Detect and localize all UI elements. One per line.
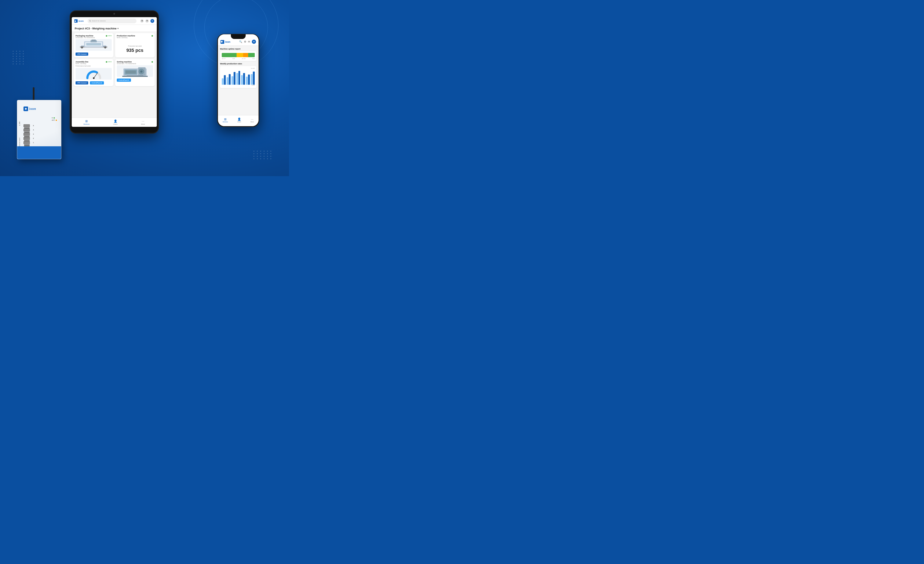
uptime-axis-label-2: 0:00 [232, 58, 235, 59]
port-1: 1 [24, 141, 30, 144]
phone-nav-users-label: Users [237, 121, 241, 123]
phone-nav-users[interactable]: 👤 Users [237, 117, 241, 123]
led-label-2: ACT [52, 119, 55, 121]
bar-6a [246, 77, 248, 85]
router-device: ixon ■ ACT LAN Internet 5 4 3 [13, 87, 63, 159]
phone-user-avatar[interactable]: H [252, 40, 256, 44]
router-ports: 5 4 3 2 1 [24, 124, 30, 144]
svg-rect-19 [126, 71, 136, 74]
app-title: Project #C3 - Weighing machine ▾ [75, 27, 154, 30]
device-name-1: Packaging machine [75, 35, 95, 37]
device-location-1: Amsterdam, The Netherlands [75, 37, 95, 38]
device-location-3: Berlin, Germany [75, 63, 88, 65]
uptime-axis: Jan 27 0:00 Jan 26 0:00 [222, 58, 255, 59]
device-image-packaging [75, 39, 112, 51]
chart-y-mid: 5,000 [222, 85, 255, 86]
status-dot-1 [106, 35, 107, 37]
uptime-bar [222, 53, 255, 57]
status-label-1: online [108, 35, 112, 36]
router-bottom-strip [17, 146, 61, 159]
dropdown-arrow-icon[interactable]: ▾ [117, 27, 118, 30]
svg-point-12 [93, 77, 94, 79]
tab-nav-devices[interactable]: ⊞ Devices [84, 119, 90, 125]
device-production-counter: Production last week 935 pcs [117, 39, 153, 60]
port-2: 2 [24, 137, 30, 140]
control-panel-e-btn[interactable]: ControlPanel E [90, 81, 104, 84]
search-placeholder: Search for devices [92, 20, 106, 22]
device-card-assembly[interactable]: Assembly line Berlin, Germany online Per… [74, 59, 113, 86]
user-avatar[interactable]: H [150, 19, 154, 23]
tablet-frame: ixon Search for devices ⚙ ✉ H Pro [70, 11, 159, 133]
tab-nav-devices-label: Devices [84, 123, 90, 125]
device-card-header-2: Production machine Berlin, Germany [117, 35, 153, 38]
users-nav-icon: 👤 [114, 119, 117, 123]
production-value: 935 pcs [126, 48, 144, 53]
phone-devices-icon: ⊞ [224, 117, 226, 121]
port-3: 3 [24, 133, 30, 136]
bar-group-1 [222, 75, 226, 85]
phone-mail-icon[interactable]: ✉ [248, 40, 250, 43]
bar-group-4 [236, 71, 240, 85]
settings-icon[interactable]: ⚙ [140, 19, 144, 23]
phone-logo-icon [220, 40, 224, 44]
bar-2b [229, 74, 231, 85]
phone-screen: ixon 🔍 ⚙ ✉ H Machine uptime report [218, 34, 258, 126]
status-dot-3 [106, 61, 107, 63]
phone-nav-more[interactable]: ··· More [250, 117, 254, 123]
device-card-packaging[interactable]: Packaging machine Amsterdam, The Netherl… [74, 33, 113, 57]
tab-nav-more[interactable]: ··· More [141, 119, 145, 125]
bar-5b [243, 73, 245, 85]
uptime-axis-label-4: 0:00 [252, 58, 255, 59]
bar-group-3 [231, 72, 236, 85]
phone-more-icon: ··· [251, 117, 254, 121]
vpn-connect-btn-1[interactable]: VPN Connect [75, 53, 88, 56]
status-badge-1: online [106, 35, 112, 37]
device-image-sorting [117, 65, 153, 77]
bar-2a [226, 77, 228, 85]
bar-5a [241, 75, 243, 85]
device-card-production[interactable]: Production machine Berlin, Germany Produ… [115, 33, 154, 57]
control-panel-d-btn[interactable]: ControlPanel D [117, 78, 131, 82]
bar-group-7 [251, 72, 255, 85]
device-name-3: Assembly line [75, 61, 88, 63]
svg-rect-8 [86, 43, 101, 45]
svg-point-4 [81, 47, 83, 48]
bar-4b [238, 71, 240, 85]
svg-point-5 [104, 47, 106, 48]
device-buttons-3: VPN Connect ControlPanel E [75, 80, 112, 84]
phone-bottom-nav: ⊞ Devices 👤 Users ··· More [218, 115, 258, 126]
tab-nav-users[interactable]: 👤 Users [113, 119, 118, 125]
phone-settings-icon[interactable]: ⚙ [244, 40, 246, 43]
bar-7b [253, 72, 255, 85]
device-location-2: Berlin, Germany [117, 37, 135, 38]
bar-1b [224, 75, 226, 85]
uptime-axis-label-1: Jan 27 [222, 58, 225, 59]
router-brand-text: ixon [29, 107, 36, 111]
status-label-3: online [108, 61, 112, 62]
led-row-1: ■ [52, 117, 57, 119]
bar-chart [222, 70, 255, 85]
uptime-section-title: Machine uptime report [220, 48, 256, 50]
phone-device: ixon 🔍 ⚙ ✉ H Machine uptime report [217, 34, 260, 127]
svg-point-0 [89, 20, 90, 21]
svg-point-18 [141, 71, 142, 72]
status-badge-3: online [106, 61, 112, 63]
search-bar[interactable]: Search for devices [88, 19, 136, 23]
bar-4a [236, 73, 238, 85]
phone-header-icons: 🔍 ⚙ ✉ H [239, 40, 256, 44]
device-card-header-3: Assembly line Berlin, Germany online [75, 61, 112, 65]
phone-nav-devices[interactable]: ⊞ Devices [223, 117, 228, 123]
bar-group-5 [241, 73, 245, 85]
port-5: 5 [24, 124, 30, 127]
router-body: ixon ■ ACT LAN Internet 5 4 3 [17, 100, 62, 159]
phone-logo: ixon [220, 40, 230, 44]
device-card-sorting[interactable]: Sorting machine Amsterdam, The Netherlan… [115, 59, 154, 86]
mail-icon[interactable]: ✉ [146, 19, 149, 23]
tab-nav-more-label: More [141, 123, 145, 125]
bar-6b [248, 75, 250, 85]
uptime-green [222, 53, 237, 57]
vpn-connect-btn-3[interactable]: VPN Connect [75, 81, 88, 84]
device-card-header-1: Packaging machine Amsterdam, The Netherl… [75, 35, 112, 38]
uptime-yellow [237, 53, 243, 57]
phone-search-icon[interactable]: 🔍 [239, 40, 242, 43]
